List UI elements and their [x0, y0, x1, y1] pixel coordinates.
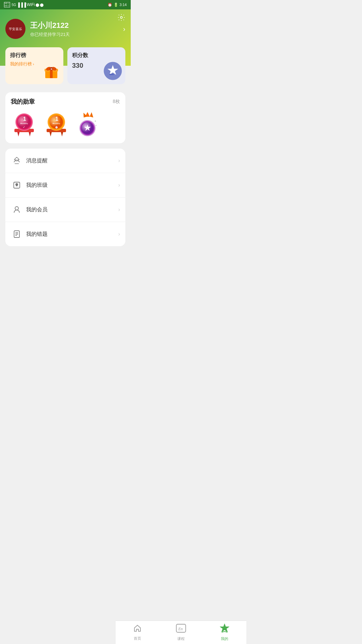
- svg-point-41: [15, 207, 18, 210]
- svg-text:1: 1: [23, 116, 26, 122]
- notifications-icon: [11, 155, 23, 167]
- membership-arrow-icon: ›: [118, 207, 120, 213]
- ranking-card[interactable]: 排行榜 我的排行榜 › ✕: [5, 47, 63, 84]
- menu-item-mistakes[interactable]: 我的错题 ›: [5, 222, 125, 246]
- settings-icon[interactable]: [117, 13, 125, 23]
- svg-point-0: [120, 16, 122, 18]
- battery-icon: 🔋: [114, 3, 118, 7]
- svg-point-38: [15, 158, 18, 161]
- medals-title: 我的勋章: [11, 98, 35, 106]
- svg-text:1: 1: [55, 116, 58, 122]
- points-icon-box: [104, 62, 122, 82]
- notifications-arrow-icon: ›: [118, 158, 120, 164]
- status-left: HD 1 HD 2 5G ▐▐▐ WiFi ⬤ ⬤: [4, 2, 44, 7]
- svg-text:⏰: ⏰: [55, 125, 59, 129]
- svg-marker-31: [90, 112, 95, 117]
- menu-section: 消息提醒 › 我的班级 › 我的会员 ›: [5, 149, 125, 246]
- alarm-icon: ⏰: [108, 3, 112, 7]
- menu-item-notifications[interactable]: 消息提醒 ›: [5, 149, 125, 173]
- notifications-label: 消息提醒: [26, 157, 118, 164]
- medal-pink: 1 Monthly ✓: [11, 111, 38, 138]
- svg-text:✦: ✦: [95, 124, 97, 126]
- membership-icon: [11, 204, 23, 216]
- ranking-icon-box: ✕: [43, 63, 60, 82]
- mistakes-icon: [11, 228, 23, 240]
- menu-item-class[interactable]: 我的班级 ›: [5, 173, 125, 198]
- class-label: 我的班级: [26, 182, 118, 189]
- status-right: ⏰ 🔋 3:14: [108, 3, 127, 7]
- gift-icon: ✕: [43, 63, 60, 80]
- class-arrow-icon: ›: [118, 182, 120, 188]
- signal-bars: ▐▐▐: [17, 2, 26, 7]
- time-display: 3:14: [120, 3, 127, 7]
- profile-arrow-icon[interactable]: ›: [123, 25, 125, 33]
- svg-text:Monthly: Monthly: [53, 122, 61, 124]
- status-bar: HD 1 HD 2 5G ▐▐▐ WiFi ⬤ ⬤ ⏰ 🔋 3:14: [0, 0, 131, 9]
- ranking-arrow-icon: ›: [33, 62, 34, 66]
- membership-label: 我的会员: [26, 206, 118, 213]
- ranking-card-title: 排行榜: [10, 52, 59, 59]
- medals-section: 我的勋章 8枚: [5, 92, 125, 143]
- svg-text:Monthly: Monthly: [20, 122, 28, 124]
- profile-row[interactable]: 平安喜乐 王小川2122 你已经坚持学习21天 ›: [5, 19, 125, 39]
- cards-row: 排行榜 我的排行榜 › ✕: [0, 47, 131, 84]
- svg-rect-10: [109, 74, 114, 75]
- signal-icon: 5G: [12, 3, 16, 7]
- svg-text:✓: ✓: [23, 125, 25, 129]
- class-icon: [11, 179, 23, 191]
- medals-header: 我的勋章 8枚: [11, 98, 120, 106]
- medals-count: 8枚: [113, 99, 120, 105]
- mistakes-arrow-icon: ›: [118, 231, 120, 237]
- avatar: 平安喜乐: [5, 19, 25, 39]
- mistakes-label: 我的错题: [26, 231, 118, 238]
- menu-item-membership[interactable]: 我的会员 ›: [5, 198, 125, 222]
- points-card-title: 积分数: [72, 52, 121, 59]
- avatar-text: 平安喜乐: [9, 27, 22, 31]
- points-card[interactable]: 积分数 330: [67, 47, 125, 84]
- svg-text:✕: ✕: [50, 68, 53, 71]
- medals-row: 1 Monthly ✓: [11, 111, 120, 138]
- medal-orange: 1 Monthly ⏰: [43, 111, 70, 138]
- star-badge-icon: [104, 62, 122, 80]
- hd-badge: HD 1 HD 2: [4, 2, 10, 7]
- medal-purple: ✦ ✦: [75, 112, 100, 137]
- wifi-icon: WiFi: [27, 2, 35, 7]
- svg-text:✦: ✦: [94, 120, 97, 123]
- profile-subtitle: 你已经坚持学习21天: [30, 32, 123, 38]
- app-icons: ⬤ ⬤: [36, 3, 44, 7]
- profile-name: 王小川2122: [30, 20, 123, 31]
- profile-info: 王小川2122 你已经坚持学习21天: [30, 20, 123, 38]
